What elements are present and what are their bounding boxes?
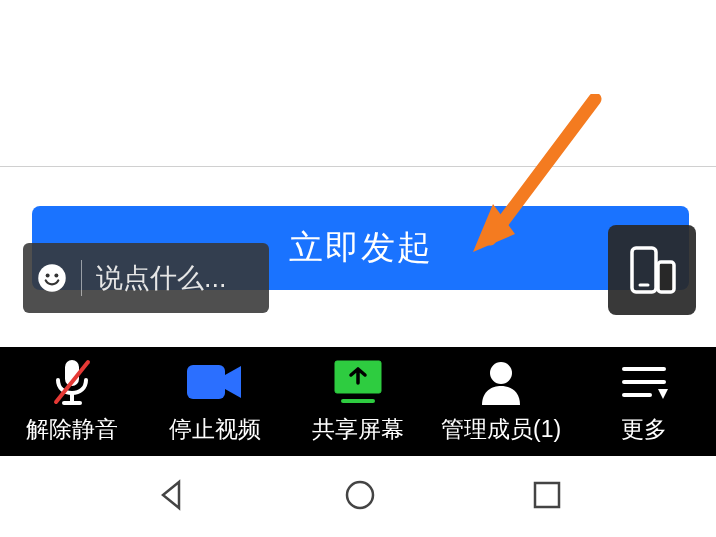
svg-point-4 (54, 274, 58, 278)
svg-point-15 (490, 362, 512, 384)
meeting-toolbar: 解除静音 停止视频 共享屏幕 (0, 347, 716, 456)
video-icon (187, 358, 243, 406)
emoji-icon[interactable] (37, 254, 67, 302)
more-menu-icon (620, 358, 668, 406)
person-icon (478, 358, 524, 406)
upper-blank-area (0, 0, 716, 167)
svg-rect-7 (658, 262, 674, 292)
chat-divider (81, 260, 82, 296)
manage-members-button[interactable]: 管理成员(1) (431, 358, 571, 445)
share-screen-button[interactable]: 共享屏幕 (288, 358, 428, 445)
chat-placeholder: 说点什么... (96, 260, 227, 296)
switch-device-button[interactable] (608, 225, 696, 315)
svg-point-3 (46, 274, 50, 278)
share-screen-label: 共享屏幕 (312, 414, 404, 445)
android-back-button[interactable] (155, 478, 189, 516)
start-now-label: 立即发起 (289, 225, 433, 271)
svg-point-2 (38, 264, 66, 292)
android-recent-button[interactable] (532, 480, 562, 514)
unmute-button[interactable]: 解除静音 (2, 358, 142, 445)
phone-tablet-icon (625, 244, 679, 296)
svg-rect-21 (535, 483, 559, 507)
mic-muted-icon (50, 358, 94, 406)
android-nav-bar (0, 456, 716, 537)
svg-marker-19 (658, 389, 668, 399)
stop-video-button[interactable]: 停止视频 (145, 358, 285, 445)
stop-video-label: 停止视频 (169, 414, 261, 445)
more-label: 更多 (621, 414, 667, 445)
unmute-label: 解除静音 (26, 414, 118, 445)
chat-input[interactable]: 说点什么... (23, 243, 269, 313)
android-home-button[interactable] (343, 478, 377, 516)
manage-members-label: 管理成员(1) (441, 414, 561, 445)
svg-point-20 (347, 482, 373, 508)
svg-rect-12 (187, 365, 225, 399)
share-screen-icon (333, 358, 383, 406)
more-button[interactable]: 更多 (574, 358, 714, 445)
